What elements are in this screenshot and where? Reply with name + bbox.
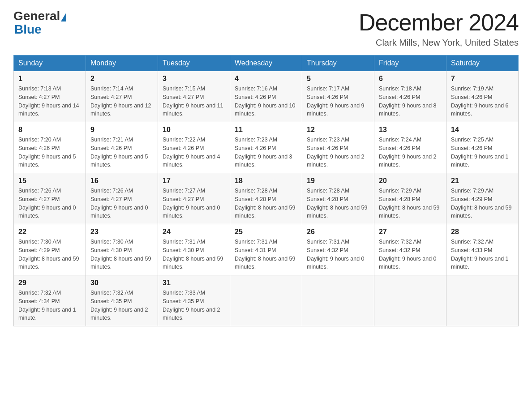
- calendar-cell: 3Sunrise: 7:15 AMSunset: 4:27 PMDaylight…: [158, 71, 230, 122]
- day-info: Sunrise: 7:26 AMSunset: 4:27 PMDaylight:…: [18, 187, 81, 220]
- day-info: Sunrise: 7:21 AMSunset: 4:26 PMDaylight:…: [90, 136, 153, 169]
- day-number: 31: [163, 279, 225, 287]
- calendar-cell: 1Sunrise: 7:13 AMSunset: 4:27 PMDaylight…: [14, 71, 86, 122]
- day-number: 28: [451, 228, 514, 236]
- day-number: 11: [235, 126, 297, 134]
- day-info: Sunrise: 7:14 AMSunset: 4:27 PMDaylight:…: [90, 85, 153, 118]
- day-number: 16: [90, 177, 153, 185]
- day-number: 9: [90, 126, 153, 134]
- calendar-cell: 16Sunrise: 7:26 AMSunset: 4:27 PMDayligh…: [86, 173, 158, 224]
- calendar-cell: 2Sunrise: 7:14 AMSunset: 4:27 PMDaylight…: [86, 71, 158, 122]
- day-info: Sunrise: 7:26 AMSunset: 4:27 PMDaylight:…: [90, 187, 153, 220]
- day-info: Sunrise: 7:15 AMSunset: 4:27 PMDaylight:…: [163, 85, 225, 118]
- calendar-cell: [230, 275, 302, 326]
- calendar-cell: 12Sunrise: 7:23 AMSunset: 4:26 PMDayligh…: [302, 122, 374, 173]
- day-info: Sunrise: 7:31 AMSunset: 4:32 PMDaylight:…: [307, 238, 369, 271]
- day-info: Sunrise: 7:28 AMSunset: 4:28 PMDaylight:…: [235, 187, 297, 220]
- calendar-cell: [302, 275, 374, 326]
- day-info: Sunrise: 7:20 AMSunset: 4:26 PMDaylight:…: [18, 136, 81, 169]
- day-info: Sunrise: 7:24 AMSunset: 4:26 PMDaylight:…: [379, 136, 442, 169]
- day-info: Sunrise: 7:27 AMSunset: 4:27 PMDaylight:…: [163, 187, 225, 220]
- day-info: Sunrise: 7:32 AMSunset: 4:35 PMDaylight:…: [90, 289, 153, 322]
- calendar-cell: 20Sunrise: 7:29 AMSunset: 4:28 PMDayligh…: [374, 173, 446, 224]
- calendar-week-row: 15Sunrise: 7:26 AMSunset: 4:27 PMDayligh…: [14, 173, 519, 224]
- calendar-header-row: SundayMondayTuesdayWednesdayThursdayFrid…: [14, 56, 519, 71]
- day-number: 24: [163, 228, 225, 236]
- weekday-header-thursday: Thursday: [302, 56, 374, 71]
- calendar-cell: [446, 275, 519, 326]
- calendar-week-row: 29Sunrise: 7:32 AMSunset: 4:34 PMDayligh…: [14, 275, 519, 326]
- day-info: Sunrise: 7:29 AMSunset: 4:28 PMDaylight:…: [379, 187, 442, 220]
- calendar-cell: 11Sunrise: 7:23 AMSunset: 4:26 PMDayligh…: [230, 122, 302, 173]
- day-number: 27: [379, 228, 442, 236]
- calendar-cell: [374, 275, 446, 326]
- month-title: December 2024: [359, 9, 519, 36]
- calendar-cell: 5Sunrise: 7:17 AMSunset: 4:26 PMDaylight…: [302, 71, 374, 122]
- logo-triangle-icon: [61, 13, 66, 21]
- weekday-header-sunday: Sunday: [14, 56, 86, 71]
- calendar-cell: 6Sunrise: 7:18 AMSunset: 4:26 PMDaylight…: [374, 71, 446, 122]
- calendar-cell: 15Sunrise: 7:26 AMSunset: 4:27 PMDayligh…: [14, 173, 86, 224]
- day-number: 23: [90, 228, 153, 236]
- page-header: General Blue December 2024 Clark Mills, …: [13, 9, 519, 48]
- calendar-cell: 27Sunrise: 7:32 AMSunset: 4:32 PMDayligh…: [374, 224, 446, 275]
- calendar-cell: 4Sunrise: 7:16 AMSunset: 4:26 PMDaylight…: [230, 71, 302, 122]
- calendar-cell: 19Sunrise: 7:28 AMSunset: 4:28 PMDayligh…: [302, 173, 374, 224]
- day-info: Sunrise: 7:22 AMSunset: 4:26 PMDaylight:…: [163, 136, 225, 169]
- calendar-cell: 10Sunrise: 7:22 AMSunset: 4:26 PMDayligh…: [158, 122, 230, 173]
- day-number: 5: [307, 75, 369, 83]
- logo: General Blue: [13, 9, 66, 37]
- day-number: 19: [307, 177, 369, 185]
- day-info: Sunrise: 7:30 AMSunset: 4:30 PMDaylight:…: [90, 238, 153, 271]
- logo-blue-text: Blue: [14, 22, 42, 36]
- calendar-cell: 23Sunrise: 7:30 AMSunset: 4:30 PMDayligh…: [86, 224, 158, 275]
- location-title: Clark Mills, New York, United States: [359, 38, 519, 48]
- calendar-cell: 30Sunrise: 7:32 AMSunset: 4:35 PMDayligh…: [86, 275, 158, 326]
- day-info: Sunrise: 7:25 AMSunset: 4:26 PMDaylight:…: [451, 136, 514, 169]
- day-info: Sunrise: 7:32 AMSunset: 4:33 PMDaylight:…: [451, 238, 514, 271]
- day-info: Sunrise: 7:32 AMSunset: 4:32 PMDaylight:…: [379, 238, 442, 271]
- calendar-cell: 13Sunrise: 7:24 AMSunset: 4:26 PMDayligh…: [374, 122, 446, 173]
- day-number: 29: [18, 279, 81, 287]
- day-info: Sunrise: 7:18 AMSunset: 4:26 PMDaylight:…: [379, 85, 442, 118]
- day-number: 10: [163, 126, 225, 134]
- weekday-header-wednesday: Wednesday: [230, 56, 302, 71]
- day-number: 30: [90, 279, 153, 287]
- day-info: Sunrise: 7:31 AMSunset: 4:30 PMDaylight:…: [163, 238, 225, 271]
- day-number: 21: [451, 177, 514, 185]
- day-number: 17: [163, 177, 225, 185]
- calendar-cell: 26Sunrise: 7:31 AMSunset: 4:32 PMDayligh…: [302, 224, 374, 275]
- day-number: 7: [451, 75, 514, 83]
- day-number: 26: [307, 228, 369, 236]
- day-number: 25: [235, 228, 297, 236]
- calendar-cell: 21Sunrise: 7:29 AMSunset: 4:29 PMDayligh…: [446, 173, 519, 224]
- day-number: 12: [307, 126, 369, 134]
- day-number: 4: [235, 75, 297, 83]
- day-number: 1: [18, 75, 81, 83]
- day-number: 6: [379, 75, 442, 83]
- calendar-cell: 28Sunrise: 7:32 AMSunset: 4:33 PMDayligh…: [446, 224, 519, 275]
- day-info: Sunrise: 7:13 AMSunset: 4:27 PMDaylight:…: [18, 85, 81, 118]
- calendar-cell: 22Sunrise: 7:30 AMSunset: 4:29 PMDayligh…: [14, 224, 86, 275]
- logo-general-text: General: [13, 9, 60, 23]
- day-info: Sunrise: 7:28 AMSunset: 4:28 PMDaylight:…: [307, 187, 369, 220]
- calendar-cell: 24Sunrise: 7:31 AMSunset: 4:30 PMDayligh…: [158, 224, 230, 275]
- calendar-cell: 8Sunrise: 7:20 AMSunset: 4:26 PMDaylight…: [14, 122, 86, 173]
- day-number: 20: [379, 177, 442, 185]
- calendar-week-row: 22Sunrise: 7:30 AMSunset: 4:29 PMDayligh…: [14, 224, 519, 275]
- day-info: Sunrise: 7:23 AMSunset: 4:26 PMDaylight:…: [235, 136, 297, 169]
- calendar-cell: 7Sunrise: 7:19 AMSunset: 4:26 PMDaylight…: [446, 71, 519, 122]
- day-number: 14: [451, 126, 514, 134]
- day-info: Sunrise: 7:30 AMSunset: 4:29 PMDaylight:…: [18, 238, 81, 271]
- calendar-cell: 31Sunrise: 7:33 AMSunset: 4:35 PMDayligh…: [158, 275, 230, 326]
- day-number: 8: [18, 126, 81, 134]
- day-number: 2: [90, 75, 153, 83]
- day-info: Sunrise: 7:19 AMSunset: 4:26 PMDaylight:…: [451, 85, 514, 118]
- weekday-header-saturday: Saturday: [446, 56, 519, 71]
- day-info: Sunrise: 7:16 AMSunset: 4:26 PMDaylight:…: [235, 85, 297, 118]
- title-block: December 2024 Clark Mills, New York, Uni…: [359, 9, 519, 48]
- weekday-header-monday: Monday: [86, 56, 158, 71]
- calendar-cell: 25Sunrise: 7:31 AMSunset: 4:31 PMDayligh…: [230, 224, 302, 275]
- calendar-cell: 14Sunrise: 7:25 AMSunset: 4:26 PMDayligh…: [446, 122, 519, 173]
- day-info: Sunrise: 7:33 AMSunset: 4:35 PMDaylight:…: [163, 289, 225, 322]
